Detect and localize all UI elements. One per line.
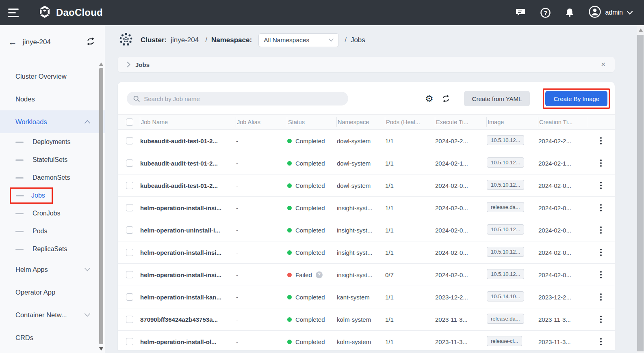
scrollbar-thumb[interactable] — [637, 35, 644, 351]
sidebar-item-replicasets[interactable]: ReplicaSets — [0, 240, 105, 258]
sidebar-item-nodes[interactable]: Nodes — [0, 88, 105, 110]
dash-icon — [15, 159, 24, 161]
column-execute-time[interactable]: Execute Ti... — [435, 117, 487, 127]
kebab-menu-icon[interactable] — [596, 247, 605, 258]
job-name-link[interactable]: 87090bff36424a2b43753a... — [140, 316, 236, 323]
sidebar-item-jobs[interactable]: Jobs — [0, 187, 105, 204]
kebab-menu-icon[interactable] — [596, 202, 605, 213]
actions-cell — [587, 314, 615, 325]
execute-time: 2023-12-2... — [435, 294, 487, 301]
scroll-up-icon[interactable] — [99, 62, 103, 66]
kebab-menu-icon[interactable] — [596, 180, 605, 191]
sidebar-item-helm-apps[interactable]: Helm Apps — [0, 258, 105, 281]
job-name-link[interactable]: helm-operation-install-insi... — [140, 271, 236, 278]
sidebar-refresh-icon[interactable] — [86, 37, 95, 47]
row-checkbox[interactable] — [126, 249, 133, 256]
kebab-menu-icon[interactable] — [596, 292, 605, 302]
namespace-select[interactable]: All Namespaces — [258, 33, 339, 47]
pods-value: 1/1 — [385, 160, 435, 167]
execute-time: 2024-02-0... — [435, 249, 487, 256]
kebab-menu-icon[interactable] — [596, 336, 605, 347]
row-checkbox[interactable] — [126, 137, 133, 144]
creation-time: 2024-02-1... — [538, 160, 587, 167]
sidebar-item-daemonsets[interactable]: DaemonSets — [0, 169, 105, 187]
back-arrow-icon[interactable]: ← — [8, 37, 17, 47]
tab-jobs[interactable]: Jobs — [135, 61, 150, 68]
column-job-alias[interactable]: Job Alias — [236, 117, 287, 127]
dash-icon — [15, 213, 24, 214]
sidebar-nav: Cluster OverviewNodesWorkloadsDeployment… — [0, 55, 105, 349]
kebab-menu-icon[interactable] — [596, 269, 605, 280]
column-status[interactable]: Status — [287, 117, 337, 127]
sidebar-item-crds[interactable]: CRDs — [0, 326, 105, 349]
sidebar-item-deployments[interactable]: Deployments — [0, 133, 105, 151]
search-input[interactable] — [144, 95, 342, 102]
help-icon[interactable]: ? — [540, 7, 551, 18]
user-menu[interactable]: admin — [589, 6, 633, 19]
menu-icon[interactable] — [8, 9, 20, 17]
status-cell: Completed — [287, 249, 337, 256]
create-by-image-button[interactable]: Create By Image — [545, 91, 607, 106]
actions-cell — [587, 158, 615, 168]
create-from-yaml-button[interactable]: Create from YAML — [464, 91, 530, 106]
page-scrollbar[interactable] — [637, 25, 644, 353]
status-badge: Completed — [295, 316, 325, 323]
sidebar-item-cronjobs[interactable]: CronJobs — [0, 204, 105, 222]
row-checkbox[interactable] — [126, 159, 133, 167]
refresh-icon[interactable] — [442, 95, 450, 103]
kebab-menu-icon[interactable] — [596, 225, 605, 235]
chat-icon[interactable] — [516, 7, 526, 18]
status-badge: Completed — [295, 182, 325, 189]
row-checkbox[interactable] — [126, 293, 133, 301]
status-help-icon[interactable]: ? — [316, 271, 323, 278]
status-dot-icon — [287, 340, 292, 344]
job-name-link[interactable]: kubeaudit-audit-test-01-2... — [140, 160, 236, 167]
table-row: kubeaudit-audit-test-01-2...-Completeddo… — [118, 130, 615, 152]
column-pods[interactable]: Pods (Heal... — [385, 117, 435, 127]
row-checkbox[interactable] — [126, 226, 133, 234]
sidebar-item-workloads[interactable]: Workloads — [0, 110, 105, 133]
sidebar-item-operator-app[interactable]: Operator App — [0, 281, 105, 303]
column-creation-time[interactable]: Creation Ti... — [538, 117, 587, 127]
image-badge: 10.5.10.12... — [487, 224, 524, 235]
sidebar-item-container-netw[interactable]: Container Netw... — [0, 303, 105, 326]
status-dot-icon — [287, 273, 292, 277]
scroll-down-icon[interactable] — [99, 347, 103, 351]
job-name-link[interactable]: kubeaudit-audit-test-01-2... — [140, 182, 236, 189]
job-name-link[interactable]: helm-operation-install-ol... — [140, 338, 236, 345]
kebab-menu-icon[interactable] — [596, 136, 605, 146]
namespace-value: dowl-system — [337, 182, 385, 189]
image-cell: 10.5.14.10... — [487, 291, 538, 303]
sidebar-item-statefulsets[interactable]: StatefulSets — [0, 151, 105, 169]
settings-gear-icon[interactable]: ⚙ — [425, 94, 434, 103]
toolbar: ⚙ Create from YAML Create By Image — [118, 82, 615, 114]
sidebar-item-pods[interactable]: Pods — [0, 222, 105, 240]
sidebar-item-cluster-overview[interactable]: Cluster Overview — [0, 65, 105, 88]
bell-icon[interactable] — [564, 7, 575, 18]
table-row: kubeaudit-audit-test-01-2...-Completeddo… — [118, 174, 615, 197]
job-name-link[interactable]: helm-operation-install-kan... — [140, 294, 236, 301]
job-name-link[interactable]: helm-operation-uninstall-i... — [140, 227, 236, 234]
scrollbar-thumb[interactable] — [99, 68, 103, 344]
row-checkbox[interactable] — [126, 271, 133, 278]
column-image[interactable]: Image — [487, 117, 538, 127]
brand[interactable]: DaoCloud — [37, 4, 103, 21]
pods-value: 1/1 — [385, 316, 435, 323]
row-checkbox[interactable] — [126, 338, 133, 345]
search-box[interactable] — [127, 92, 348, 105]
select-all-checkbox[interactable] — [126, 118, 133, 126]
row-checkbox[interactable] — [126, 182, 133, 189]
column-job-name[interactable]: Job Name — [140, 117, 236, 127]
row-checkbox[interactable] — [126, 316, 133, 323]
row-checkbox[interactable] — [126, 204, 133, 211]
execute-time: 2023-11-3... — [435, 338, 487, 345]
job-name-link[interactable]: helm-operation-install-insi... — [140, 204, 236, 211]
column-namespace[interactable]: Namespace — [337, 117, 385, 127]
job-name-link[interactable]: helm-operation-install-insi... — [140, 249, 236, 256]
sidebar-scrollbar[interactable] — [99, 62, 104, 351]
scroll-up-icon[interactable] — [639, 28, 643, 32]
close-icon[interactable]: ✕ — [601, 61, 606, 68]
kebab-menu-icon[interactable] — [596, 314, 605, 325]
job-name-link[interactable]: kubeaudit-audit-test-01-2... — [140, 138, 236, 144]
kebab-menu-icon[interactable] — [596, 158, 605, 168]
